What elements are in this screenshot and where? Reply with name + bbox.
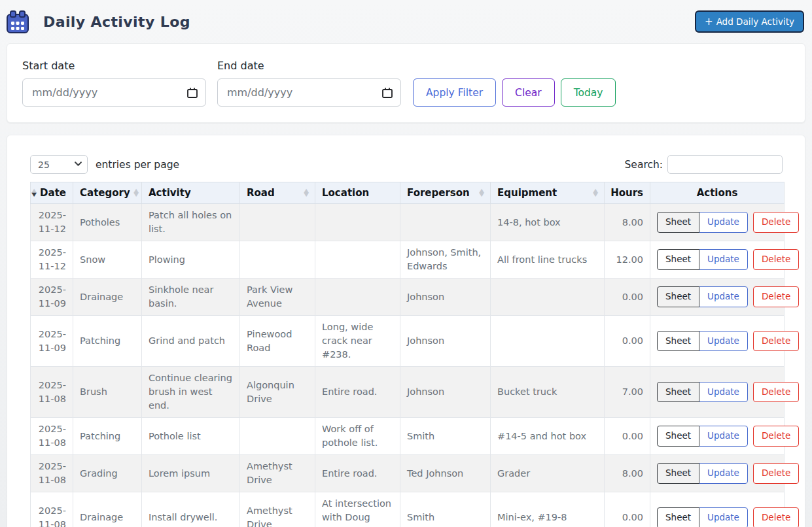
cell-foreperson: Johnson [400,279,491,316]
sheet-button[interactable]: Sheet [657,382,699,403]
top-bar: Daily Activity Log + Add Daily Activity [0,0,812,43]
table-row: 2025-11-08DrainageInstall drywell.Amethy… [31,492,785,527]
cell-actions: SheetUpdateDelete [650,418,785,455]
cell-road: Amethyst Drive [240,492,315,527]
apply-filter-button[interactable]: Apply Filter [413,78,496,107]
cell-category: Patching [73,316,142,367]
update-button[interactable]: Update [699,507,748,527]
cell-location [315,204,400,241]
table-header-row: ▲▼DateCategory▲▼ActivityRoad▲▼LocationFo… [31,182,785,204]
cell-date: 2025-11-08 [31,455,73,492]
update-button[interactable]: Update [699,463,748,484]
cell-equipment: All front line trucks [491,241,605,279]
sheet-button[interactable]: Sheet [657,212,699,233]
cell-hours: 0.00 [605,418,650,455]
sheet-button[interactable]: Sheet [657,426,699,447]
cell-equipment: Grader [491,455,605,492]
cell-activity: Install drywell. [142,492,240,527]
update-button[interactable]: Update [699,286,748,307]
cell-category: Snow [73,241,142,279]
delete-button[interactable]: Delete [753,212,799,233]
column-header-activity: Activity [142,182,240,204]
cell-location: Work off of pothole list. [315,418,400,455]
cell-road [240,418,315,455]
cell-hours: 8.00 [605,455,650,492]
cell-foreperson: Smith [400,492,491,527]
add-daily-activity-button[interactable]: + Add Daily Activity [695,10,804,33]
sheet-button[interactable]: Sheet [657,286,699,307]
column-header-hours: Hours [605,182,650,204]
column-label: Road [247,187,275,199]
cell-activity: Continue clearing brush in west end. [142,367,240,418]
cell-foreperson: Johnson [400,316,491,367]
delete-button[interactable]: Delete [753,331,799,352]
entries-select[interactable]: 25 [30,155,88,174]
cell-location: At intersection with Doug Drive. [315,492,400,527]
cell-location: Long, wide crack near #238. [315,316,400,367]
delete-button[interactable]: Delete [753,463,799,484]
delete-button[interactable]: Delete [753,507,799,527]
cell-activity: Pothole list [142,418,240,455]
cell-hours: 0.00 [605,279,650,316]
sheet-button[interactable]: Sheet [657,331,699,352]
add-daily-activity-label: Add Daily Activity [716,16,794,27]
delete-button[interactable]: Delete [753,249,799,270]
cell-equipment: Bucket truck [491,367,605,418]
cell-date: 2025-11-12 [31,204,73,241]
cell-foreperson [400,204,491,241]
cell-actions: SheetUpdateDelete [650,455,785,492]
cell-road: Amethyst Drive [240,455,315,492]
cell-road: Algonquin Drive [240,367,315,418]
date-picker-icon[interactable] [381,87,393,99]
column-header-road[interactable]: Road▲▼ [240,182,315,204]
update-button[interactable]: Update [699,331,748,352]
today-button[interactable]: Today [561,78,616,107]
delete-button[interactable]: Delete [753,426,799,447]
sort-toggle-icon: ▲▼ [593,189,597,197]
column-header-category[interactable]: Category▲▼ [73,182,142,204]
sheet-button[interactable]: Sheet [657,463,699,484]
date-picker-icon[interactable] [186,87,198,99]
cell-location: Entire road. [315,455,400,492]
cell-hours: 12.00 [605,241,650,279]
sheet-button[interactable]: Sheet [657,249,699,270]
table-panel: 25 entries per page Search: ▲▼DateCatego… [7,135,805,527]
cell-actions: SheetUpdateDelete [650,279,785,316]
clear-button[interactable]: Clear [502,78,555,107]
delete-button[interactable]: Delete [753,286,799,307]
column-header-equipment[interactable]: Equipment▲▼ [491,182,605,204]
plus-icon: + [705,16,713,27]
cell-category: Grading [73,455,142,492]
sort-toggle-icon: ▲▼ [134,189,138,197]
cell-date: 2025-11-08 [31,418,73,455]
delete-button[interactable]: Delete [753,382,799,403]
cell-foreperson: Johnson [400,367,491,418]
update-button[interactable]: Update [699,212,748,233]
sort-toggle-icon: ▲▼ [304,189,308,197]
update-button[interactable]: Update [699,426,748,447]
end-date-input[interactable] [217,78,401,107]
sheet-button[interactable]: Sheet [657,507,699,527]
cell-date: 2025-11-12 [31,241,73,279]
table-row: 2025-11-08BrushContinue clearing brush i… [31,367,785,418]
start-date-input[interactable] [22,78,206,107]
cell-date: 2025-11-08 [31,492,73,527]
column-header-date[interactable]: ▲▼Date [31,182,73,204]
cell-hours: 0.00 [605,492,650,527]
cell-activity: Lorem ipsum [142,455,240,492]
column-header-foreperson[interactable]: Foreperson▲▼ [400,182,491,204]
column-header-location: Location [315,182,400,204]
update-button[interactable]: Update [699,249,748,270]
cell-road: Park View Avenue [240,279,315,316]
cell-location: Entire road. [315,367,400,418]
search-label: Search: [625,159,663,171]
cell-actions: SheetUpdateDelete [650,204,785,241]
column-label: Activity [149,187,191,199]
search-input[interactable] [667,155,783,174]
cell-date: 2025-11-09 [31,316,73,367]
filter-panel: Start date End date [7,43,805,123]
column-label: Foreperson [407,187,470,199]
update-button[interactable]: Update [699,382,748,403]
sort-toggle-icon: ▲▼ [480,189,484,197]
table-row: 2025-11-09DrainageSinkhole near basin.Pa… [31,279,785,316]
